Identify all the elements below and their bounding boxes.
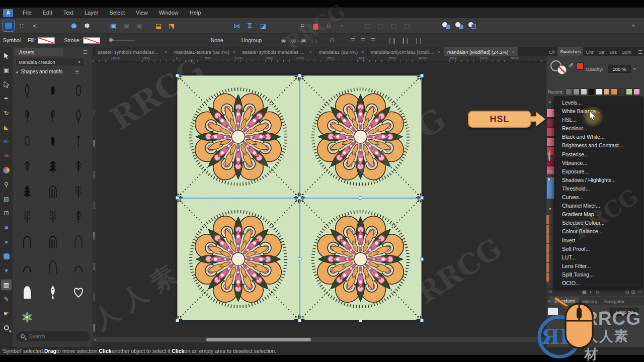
assets-section-header[interactable]: ◢ Shapes and motifs ☰ <box>15 69 91 74</box>
move-tool-icon[interactable] <box>1 50 12 61</box>
selection-handle[interactable] <box>176 319 179 322</box>
layer-stack-icon[interactable]: ≋ <box>548 289 552 295</box>
menu-item-channel-mixer[interactable]: Channel Mixer... <box>555 202 642 210</box>
menu-item-soft-proof[interactable]: Soft Proof... <box>555 245 642 253</box>
asset-thumb[interactable] <box>17 155 38 178</box>
close-icon[interactable]: ✕ <box>164 50 168 54</box>
app-icon[interactable]: A <box>3 9 13 17</box>
zoom-tool-icon[interactable] <box>1 323 12 333</box>
asset-thumb[interactable] <box>68 205 89 228</box>
layer-expand-icon[interactable]: ▼ <box>548 207 552 211</box>
recent-swatch[interactable] <box>596 88 602 95</box>
rounded-rectangle-tool-icon[interactable] <box>1 251 12 261</box>
menu-edit[interactable]: Edit <box>37 8 58 18</box>
tab-character[interactable]: Chr <box>583 49 596 55</box>
doc-tab-1[interactable]: assets+symbols mandalas2 (24...✕ <box>95 47 171 56</box>
selection-handle[interactable] <box>176 196 179 200</box>
menu-item-lens-filter[interactable]: Lens Filter... <box>555 262 642 270</box>
stroke-width-value[interactable]: None <box>211 37 223 43</box>
collapse-icon[interactable]: ◢ <box>15 70 18 74</box>
assets-search-box[interactable] <box>16 331 90 341</box>
asset-thumb[interactable] <box>17 105 38 128</box>
close-icon[interactable]: ✕ <box>511 50 515 54</box>
menu-item-brightness-contrast[interactable]: Brightness and Contrast... <box>555 141 642 150</box>
mask-icon[interactable]: ▣ <box>582 289 586 295</box>
menu-item-curves[interactable]: Curves... <box>555 193 642 202</box>
pixel-view-icon[interactable]: ▆ <box>310 20 321 31</box>
pentagon-tool-icon[interactable]: ⬟ <box>68 20 79 31</box>
selection-handle[interactable] <box>359 319 362 322</box>
horizontal-scrollbar[interactable]: ◂ <box>93 337 546 342</box>
studio-menu-icon[interactable]: ☰ <box>638 49 642 55</box>
asset-thumb[interactable] <box>68 105 89 128</box>
style-picker-tool-icon[interactable]: ✎ <box>1 294 12 305</box>
selection-handle[interactable] <box>420 319 424 322</box>
asset-thumb[interactable] <box>17 205 38 228</box>
pen-tool-icon[interactable]: ✒ <box>1 94 12 104</box>
view-hand-tool-icon[interactable]: ☛ <box>1 308 12 319</box>
tab-colour[interactable]: Clr <box>546 49 557 55</box>
grid-icon[interactable]: ⌗ <box>297 20 308 31</box>
asset-thumb[interactable] <box>42 155 63 178</box>
share-icon[interactable]: < <box>29 20 40 31</box>
close-icon[interactable]: ✕ <box>309 50 312 54</box>
tab-brushes[interactable]: Brs <box>607 49 619 55</box>
duplicate-layer-icon[interactable]: ⧉ <box>625 289 629 295</box>
tab-swatches[interactable]: Swatches <box>557 47 583 56</box>
asset-thumb[interactable] <box>42 180 63 203</box>
lock-children-icon[interactable]: ▢ <box>309 37 319 44</box>
menu-item-gradient-map[interactable]: Gradient Map... <box>555 210 642 219</box>
asset-thumb[interactable] <box>68 281 89 304</box>
layer-checkbox[interactable] <box>547 178 550 181</box>
fill-tool-icon[interactable]: ⚲ <box>1 179 12 190</box>
marquee-intersect-icon[interactable]: ▣ <box>134 20 145 31</box>
fill-swatch[interactable] <box>38 37 55 44</box>
insert-behind-icon[interactable]: ▢ <box>362 20 373 31</box>
selection-handle[interactable] <box>359 196 362 200</box>
opacity-value[interactable]: 100 % <box>608 65 631 73</box>
rotate-icon[interactable]: ◪ <box>258 20 269 31</box>
stroke-swatch[interactable] <box>83 37 100 44</box>
tab-symbols[interactable]: Sym <box>619 49 634 55</box>
vector-crop-tool-icon[interactable]: ⊡ <box>1 208 12 219</box>
delete-layer-icon[interactable]: ▭ <box>637 289 642 295</box>
boolean-intersect-icon[interactable] <box>467 20 478 31</box>
point-transform-tool-icon[interactable]: ↻ <box>1 108 12 118</box>
selection-handle[interactable] <box>420 74 424 77</box>
recent-swatch[interactable] <box>633 88 640 95</box>
ungroup-button[interactable]: Ungroup <box>237 36 266 44</box>
layers-search-icon[interactable] <box>548 151 550 161</box>
transform-objects-icon[interactable]: ▣ <box>298 37 308 44</box>
selection-handle[interactable] <box>298 257 301 261</box>
heart-shape-tool-icon[interactable]: ♥ <box>1 265 12 276</box>
snapping-dropdown-icon[interactable]: ▾ <box>336 20 347 31</box>
flower-shape-icon[interactable]: ✽ <box>82 20 93 31</box>
distribute-right-icon[interactable]: ❘❘ <box>412 37 425 44</box>
selection-handle[interactable] <box>176 74 179 77</box>
asset-thumb[interactable] <box>42 255 63 279</box>
menu-window[interactable]: Window <box>153 8 184 18</box>
distribute-center-icon[interactable]: ❙❘ <box>398 37 412 44</box>
menu-item-black-and-white[interactable]: Black and White... <box>555 133 642 141</box>
fx-icon[interactable]: fx <box>596 290 599 295</box>
doc-tab-6-active[interactable]: mandala4 [Modified] (24.2%)✕ <box>444 47 518 56</box>
distribute-left-icon[interactable]: ❘❙ <box>385 37 398 44</box>
snap-to-geometry-icon[interactable]: ⌖ <box>628 20 639 31</box>
snapping-magnet-icon[interactable]: ∪ <box>323 20 334 31</box>
tab-navigator[interactable]: Navigator <box>601 299 628 304</box>
asset-thumb[interactable] <box>17 130 38 153</box>
search-input[interactable] <box>28 333 84 340</box>
recent-swatch[interactable] <box>566 88 572 95</box>
no-style-icon[interactable]: ∅ <box>327 37 337 44</box>
menu-item-posterise[interactable]: Posterise... <box>555 150 642 159</box>
selection-handle[interactable] <box>420 196 424 200</box>
menu-item-selective-colour[interactable]: Selective Colour... <box>555 219 642 227</box>
corner-tool-icon[interactable]: ◣ <box>1 122 12 133</box>
selection-handle[interactable] <box>298 196 301 200</box>
asset-thumb[interactable] <box>42 105 63 128</box>
menu-help[interactable]: Help <box>184 8 207 18</box>
doc-tab-4[interactable]: mandala1 (89.4%)✕ <box>316 47 368 56</box>
section-menu-icon[interactable]: ☰ <box>74 69 79 74</box>
insert-inside-icon[interactable]: ▢ <box>388 20 399 31</box>
recent-swatch[interactable] <box>611 88 617 95</box>
